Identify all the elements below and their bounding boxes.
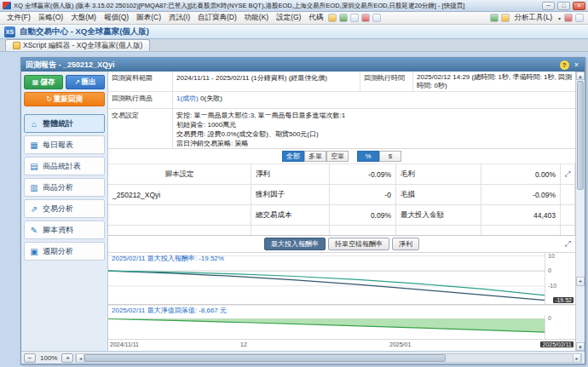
chevron-down-icon[interactable]: ▾ bbox=[556, 15, 562, 21]
save-button[interactable]: ▦ 儲存 bbox=[24, 75, 63, 89]
x-tick-current: 2025/02/11 bbox=[540, 341, 574, 347]
workspace: 回測報告 - _250212_XQyi ? × ▦ 儲存 ↗ 匯出 bbox=[0, 52, 588, 367]
menubar-tool-icon[interactable] bbox=[564, 14, 573, 22]
nav-label: 週期分析 bbox=[43, 246, 73, 257]
tab-open-position-return[interactable]: 持單空檔報酬率 bbox=[328, 238, 389, 250]
period-icon: ▣ bbox=[29, 247, 39, 256]
export-button[interactable]: ↗ 匯出 bbox=[66, 75, 105, 89]
menubar-tool-icon[interactable] bbox=[339, 14, 348, 22]
vertical-scroll-thumb[interactable] bbox=[577, 81, 584, 190]
script-settings-header: 腳本設定 bbox=[108, 164, 251, 185]
scroll-track[interactable] bbox=[576, 191, 585, 277]
pencil-icon: ✎ bbox=[29, 226, 39, 235]
menu-settings[interactable]: 設定(G) bbox=[273, 13, 304, 23]
menubar-tool-icon[interactable] bbox=[575, 14, 584, 22]
calendar-icon: ▦ bbox=[29, 140, 39, 150]
home-icon: ⌂ bbox=[29, 119, 39, 129]
menubar-tool-icon[interactable] bbox=[350, 14, 359, 22]
horizontal-scroll-thumb[interactable] bbox=[84, 354, 446, 362]
tab-max-invest-return[interactable]: 最大投入報酬率 bbox=[264, 238, 326, 250]
xq-app-icon bbox=[3, 2, 11, 9]
screen: XQ 全球贏家(個人版) (版本 3.15.02 250102)[PMQA87:… bbox=[0, 0, 588, 367]
menubar: 文件(F) 策略(O) 大盤(M) 報價(Q) 圖表(C) 資訊(I) 自訂寶典… bbox=[0, 12, 588, 25]
sidebar-item-overall-stats[interactable]: ⌂ 整體統計 bbox=[24, 114, 105, 133]
xs-logo: XS bbox=[4, 26, 15, 37]
export-label: 匯出 bbox=[82, 77, 96, 88]
menu-code[interactable]: 代碼 bbox=[305, 13, 326, 23]
metric-label: 淨利 bbox=[251, 164, 330, 185]
report-nav: ⌂ 整體統計 ▦ 每日報表 ▤ 商品統計表 ▥ bbox=[24, 114, 105, 261]
scroll-track[interactable] bbox=[576, 286, 585, 342]
rerun-backtest-button[interactable]: ↻ 重新回測 bbox=[24, 92, 105, 106]
nav-label: 每日報表 bbox=[43, 140, 73, 151]
backtest-report-window: 回測報告 - _250212_XQyi ? × ▦ 儲存 ↗ 匯出 bbox=[20, 57, 585, 364]
maximize-button[interactable]: □ bbox=[557, 2, 570, 10]
symbols-success-link[interactable]: 1(成功) bbox=[176, 95, 199, 102]
script-name: _250212_XQyi bbox=[108, 185, 251, 205]
max-drawdown-chart: 0 bbox=[108, 315, 575, 339]
expand-icon[interactable]: ⤢ bbox=[561, 164, 575, 185]
menubar-tool-icon[interactable] bbox=[372, 14, 381, 22]
unit-dollar-button[interactable]: $ bbox=[379, 151, 401, 162]
expand-icon[interactable]: ⤢ bbox=[565, 239, 571, 249]
menu-function[interactable]: 功能(K) bbox=[241, 13, 272, 23]
menu-chart[interactable]: 圖表(C) bbox=[133, 13, 164, 23]
menu-custom[interactable]: 自訂寶典(D) bbox=[194, 13, 240, 23]
menu-analysis-tools[interactable]: 分析工具(L) bbox=[511, 13, 556, 23]
minimize-button[interactable]: ─ bbox=[542, 2, 555, 10]
sidebar-item-daily-report[interactable]: ▦ 每日報表 bbox=[24, 135, 105, 154]
os-window-title: XQ 全球贏家(個人版) (版本 3.15.02 250102)[PMQA87:… bbox=[14, 2, 539, 10]
menu-quote[interactable]: 報價(Q) bbox=[101, 13, 132, 23]
y-tick: 0 bbox=[548, 267, 551, 273]
close-icon[interactable]: × bbox=[573, 60, 580, 70]
menubar-tool-icon[interactable] bbox=[328, 14, 337, 22]
scroll-track[interactable] bbox=[84, 354, 573, 362]
menu-info[interactable]: 資訊(I) bbox=[165, 13, 193, 23]
scroll-right-icon[interactable]: ▸ bbox=[573, 354, 581, 362]
sidebar-item-trade-analysis[interactable]: ⇗ 交易分析 bbox=[24, 199, 105, 218]
filter-short-button[interactable]: 空單 bbox=[326, 151, 349, 162]
nav-label: 商品統計表 bbox=[43, 161, 81, 172]
sidebar-item-symbol-analysis[interactable]: ▥ 商品分析 bbox=[24, 178, 105, 197]
menu-file[interactable]: 文件(F) bbox=[3, 13, 34, 23]
scroll-down-icon[interactable]: ▼ bbox=[576, 342, 585, 351]
app-title: 自動交易中心 - XQ全球贏家(個人版) bbox=[20, 26, 149, 37]
scroll-left-icon[interactable]: ◂ bbox=[76, 354, 84, 362]
menubar-tool-icon[interactable] bbox=[501, 14, 510, 22]
chart-metric-tabs: 最大投入報酬率 持單空檔報酬率 淨利 ⤢ bbox=[108, 236, 575, 253]
x-tick: 2025/01 bbox=[389, 341, 411, 347]
clipped-row-cell bbox=[561, 226, 575, 236]
chart-zoom-in-button[interactable]: + bbox=[576, 277, 585, 286]
metric-value: -0 bbox=[330, 185, 396, 205]
tab-net-profit[interactable]: 淨利 bbox=[392, 238, 419, 250]
menu-market[interactable]: 大盤(M) bbox=[67, 13, 100, 23]
sidebar-item-symbol-stats-table[interactable]: ▤ 商品統計表 bbox=[24, 157, 105, 175]
unit-percent-button[interactable]: % bbox=[357, 151, 379, 162]
chart2-y-axis: 0 bbox=[545, 315, 575, 339]
filter-long-button[interactable]: 多單 bbox=[304, 151, 326, 162]
zoom-level: 100% bbox=[37, 354, 60, 362]
sidebar-item-period-analysis[interactable]: ▣ 週期分析 bbox=[24, 242, 105, 261]
zoom-in-button[interactable]: + bbox=[61, 353, 73, 363]
zoom-out-button[interactable]: − bbox=[24, 353, 36, 363]
horizontal-scrollbar[interactable]: ◂ ▸ bbox=[75, 353, 582, 363]
vertical-scrollbar[interactable]: ▲ + ▼ bbox=[575, 72, 585, 351]
menubar-tool-icon[interactable] bbox=[490, 14, 499, 22]
close-button[interactable]: × bbox=[573, 2, 585, 10]
tab-xscript-editor[interactable]: XScript 編輯器 - XQ全球贏家(個人版) bbox=[5, 39, 150, 51]
app-titlebar: XS 自動交易中心 - XQ全球贏家(個人版) bbox=[0, 25, 588, 39]
clipped-row-cell bbox=[330, 226, 396, 236]
menubar-tool-icon[interactable] bbox=[361, 14, 370, 22]
save-label: 儲存 bbox=[40, 77, 55, 88]
scroll-up-icon[interactable]: ▲ bbox=[576, 72, 585, 80]
help-icon[interactable]: ? bbox=[560, 60, 569, 70]
refresh-icon: ↻ bbox=[46, 95, 52, 103]
menu-strategy[interactable]: 策略(O) bbox=[35, 13, 66, 23]
report-titlebar[interactable]: 回測報告 - _250212_XQyi ? × bbox=[21, 58, 585, 72]
clipped-row-cell bbox=[481, 226, 561, 236]
filter-all-button[interactable]: 全部 bbox=[282, 151, 304, 162]
sidebar-item-script-data[interactable]: ✎ 腳本資料 bbox=[24, 221, 105, 239]
symbols-fail: 0(失敗) bbox=[200, 95, 222, 102]
x-tick: 2024/11/11 bbox=[110, 341, 139, 347]
metric-value: 0.00% bbox=[481, 164, 561, 185]
